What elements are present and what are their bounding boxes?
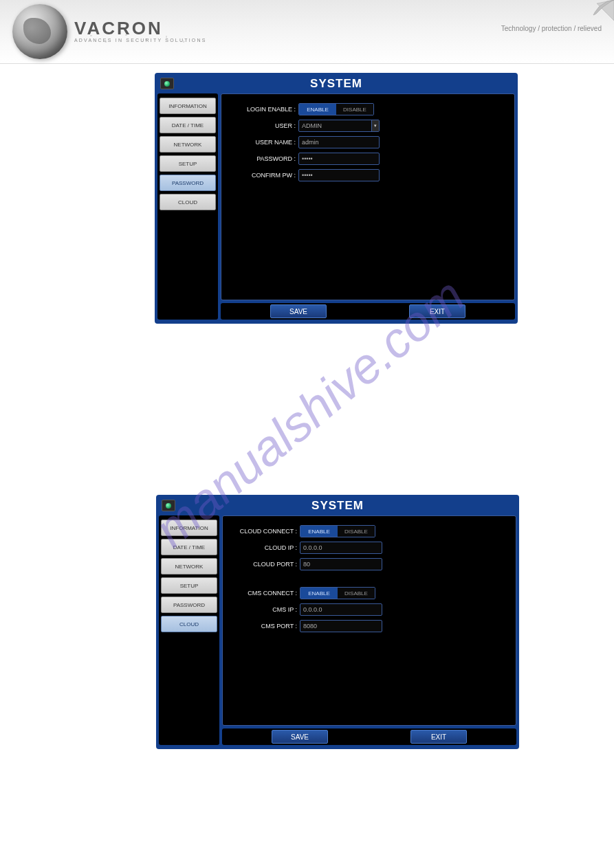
label-confirm-pw: CONFIRM PW :	[227, 172, 298, 179]
input-cloud-port[interactable]: 80	[300, 558, 382, 570]
exit-button[interactable]: EXIT	[410, 730, 467, 744]
label-cms-ip: CMS IP :	[228, 606, 300, 613]
tab-information[interactable]: INFORMATION	[160, 98, 216, 114]
tab-cloud[interactable]: CLOUD	[161, 616, 217, 632]
toggle-disable[interactable]: DISABLE	[338, 526, 375, 537]
form-area: CLOUD CONNECT : ENABLE DISABLE CLOUD IP …	[222, 515, 516, 726]
chevron-down-icon[interactable]: ▾	[371, 120, 379, 131]
tab-cloud[interactable]: CLOUD	[160, 194, 216, 210]
input-user-name[interactable]: admin	[298, 136, 380, 148]
toggle-enable[interactable]: ENABLE	[300, 526, 338, 537]
sidebar: INFORMATION DATE / TIME NETWORK SETUP PA…	[159, 515, 219, 745]
label-cloud-port: CLOUD PORT :	[228, 561, 300, 568]
input-cms-ip-value: 0.0.0.0	[303, 606, 322, 613]
input-confirm-pw[interactable]: •••••	[298, 169, 380, 181]
input-confirm-pw-value: •••••	[302, 172, 313, 179]
input-password-value: •••••	[302, 155, 313, 162]
tab-setup[interactable]: SETUP	[160, 155, 216, 172]
label-cloud-connect: CLOUD CONNECT :	[228, 528, 300, 535]
input-user-name-value: admin	[302, 139, 319, 146]
select-user-value: ADMIN	[302, 122, 322, 129]
brand-logo: VACRON ADVANCES IN SECURITY SOLUTIONS	[74, 18, 207, 43]
panel-title: SYSTEM	[157, 77, 515, 91]
toggle-cms-connect[interactable]: ENABLE DISABLE	[300, 587, 375, 599]
label-cms-port: CMS PORT :	[228, 623, 300, 630]
save-button[interactable]: SAVE	[272, 730, 328, 744]
titlebar: SYSTEM	[159, 498, 516, 514]
tab-password[interactable]: PASSWORD	[161, 597, 217, 613]
sidebar: INFORMATION DATE / TIME NETWORK SETUP PA…	[157, 93, 218, 320]
label-login-enable: LOGIN ENABLE :	[227, 106, 298, 113]
system-panel-cloud: SYSTEM INFORMATION DATE / TIME NETWORK S…	[156, 495, 519, 749]
label-cloud-ip: CLOUD IP :	[228, 544, 300, 551]
toggle-disable[interactable]: DISABLE	[338, 588, 375, 599]
titlebar: SYSTEM	[157, 76, 515, 92]
page-header: VACRON ADVANCES IN SECURITY SOLUTIONS Te…	[0, 0, 614, 64]
brand-tagline: ADVANCES IN SECURITY SOLUTIONS	[74, 38, 207, 43]
toggle-login-enable[interactable]: ENABLE DISABLE	[298, 103, 374, 115]
form-area: LOGIN ENABLE : ENABLE DISABLE USER : ADM…	[221, 93, 515, 300]
tab-setup[interactable]: SETUP	[161, 577, 217, 594]
camera-icon	[162, 500, 175, 511]
tab-date-time[interactable]: DATE / TIME	[160, 117, 216, 133]
panel-footer: SAVE EXIT	[222, 728, 516, 745]
tab-network[interactable]: NETWORK	[161, 558, 217, 575]
toggle-cloud-connect[interactable]: ENABLE DISABLE	[300, 525, 375, 537]
tab-network[interactable]: NETWORK	[160, 136, 216, 153]
camera-icon	[160, 78, 174, 89]
label-user: USER :	[227, 122, 298, 129]
label-user-name: USER NAME :	[227, 139, 298, 146]
input-cms-port-value: 8080	[303, 623, 317, 630]
toggle-enable[interactable]: ENABLE	[299, 104, 336, 115]
panel-footer: SAVE EXIT	[221, 303, 515, 320]
input-cloud-ip[interactable]: 0.0.0.0	[300, 542, 382, 554]
input-password[interactable]: •••••	[298, 153, 380, 165]
pen-corner-icon	[586, 0, 614, 27]
toggle-disable[interactable]: DISABLE	[336, 104, 373, 115]
save-button[interactable]: SAVE	[270, 304, 327, 318]
input-cloud-port-value: 80	[303, 561, 310, 568]
toggle-enable[interactable]: ENABLE	[300, 588, 338, 599]
system-panel-password: SYSTEM INFORMATION DATE / TIME NETWORK S…	[155, 73, 518, 324]
exit-button[interactable]: EXIT	[409, 304, 465, 318]
tab-password[interactable]: PASSWORD	[160, 175, 216, 191]
input-cloud-ip-value: 0.0.0.0	[303, 544, 322, 551]
input-cms-ip[interactable]: 0.0.0.0	[300, 603, 382, 616]
globe-icon	[12, 4, 67, 59]
tab-date-time[interactable]: DATE / TIME	[161, 539, 217, 555]
input-cms-port[interactable]: 8080	[300, 620, 382, 632]
label-cms-connect: CMS CONNECT :	[228, 590, 300, 597]
tab-information[interactable]: INFORMATION	[161, 520, 217, 536]
select-user[interactable]: ADMIN ▾	[298, 120, 380, 132]
brand-name: VACRON	[74, 18, 207, 39]
panel-title: SYSTEM	[159, 499, 516, 513]
label-password: PASSWORD :	[227, 155, 298, 162]
